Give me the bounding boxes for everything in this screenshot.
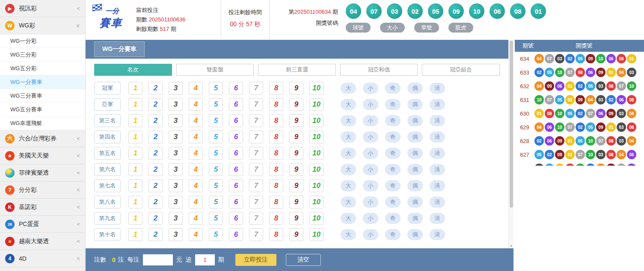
quick-button-big[interactable]: 大 [341, 115, 356, 126]
number-button-1[interactable]: 1 [128, 114, 142, 127]
ball-tab-dragon-tiger[interactable]: 龍虎 [448, 23, 473, 33]
sidebar-group-four-d[interactable]: 44D< [0, 250, 85, 267]
number-button-2[interactable]: 2 [148, 82, 163, 95]
quick-button-odd[interactable]: 奇 [385, 131, 401, 143]
number-button-1[interactable]: 1 [128, 82, 142, 95]
quick-button-small[interactable]: 小 [363, 131, 378, 143]
number-button-8[interactable]: 8 [269, 131, 283, 143]
quick-button-odd[interactable]: 奇 [385, 148, 401, 159]
quick-button-clear[interactable]: 清 [430, 164, 445, 175]
number-button-7[interactable]: 7 [249, 228, 263, 241]
number-button-2[interactable]: 2 [148, 131, 163, 143]
sidebar-item-5[interactable]: WG五分賽車 [0, 103, 85, 116]
number-button-5[interactable]: 5 [209, 196, 223, 208]
number-button-6[interactable]: 6 [229, 147, 243, 160]
quick-button-even[interactable]: 偶 [407, 164, 423, 175]
number-button-5[interactable]: 5 [209, 114, 223, 127]
quick-button-even[interactable]: 偶 [407, 229, 423, 240]
number-button-10[interactable]: 10 [309, 131, 323, 143]
number-button-8[interactable]: 8 [269, 212, 283, 225]
ball-tab-big-small[interactable]: 大小 [380, 23, 405, 33]
sidebar-group-fenfen-cai[interactable]: 7分分彩< [0, 182, 85, 199]
number-button-1[interactable]: 1 [128, 179, 142, 192]
tab-front-three[interactable]: 前三直選 [258, 64, 336, 76]
number-button-7[interactable]: 7 [249, 163, 263, 176]
quick-button-small[interactable]: 小 [363, 229, 378, 240]
number-button-9[interactable]: 9 [289, 131, 303, 143]
number-button-7[interactable]: 7 [249, 147, 263, 160]
number-button-4[interactable]: 4 [189, 98, 203, 111]
number-button-9[interactable]: 9 [289, 228, 303, 241]
number-button-1[interactable]: 1 [128, 196, 142, 208]
number-button-8[interactable]: 8 [269, 179, 283, 192]
number-button-4[interactable]: 4 [189, 147, 203, 160]
quick-button-clear[interactable]: 清 [430, 180, 445, 191]
number-button-2[interactable]: 2 [148, 196, 163, 208]
sidebar-group-philippines-lotto[interactable]: 菲律賓樂透< [0, 164, 85, 182]
number-button-7[interactable]: 7 [249, 179, 263, 192]
number-button-6[interactable]: 6 [229, 114, 243, 127]
quick-button-clear[interactable]: 清 [430, 148, 445, 159]
quick-button-odd[interactable]: 奇 [385, 115, 401, 126]
number-button-6[interactable]: 6 [229, 98, 243, 111]
number-button-10[interactable]: 10 [309, 212, 323, 225]
quick-button-even[interactable]: 偶 [407, 197, 423, 208]
quick-button-big[interactable]: 大 [341, 131, 356, 143]
number-button-9[interactable]: 9 [289, 196, 303, 208]
scrollbar[interactable]: ▼ [508, 40, 513, 248]
number-button-10[interactable]: 10 [309, 82, 323, 95]
scroll-down-icon[interactable]: ▼ [509, 244, 513, 247]
quick-button-big[interactable]: 大 [341, 148, 356, 159]
number-button-4[interactable]: 4 [189, 131, 203, 143]
quick-button-odd[interactable]: 奇 [385, 229, 401, 240]
quick-button-clear[interactable]: 清 [430, 229, 445, 240]
quick-button-clear[interactable]: 清 [430, 115, 445, 126]
quick-button-big[interactable]: 大 [341, 197, 356, 208]
quick-button-big[interactable]: 大 [341, 83, 356, 94]
chase-periods-input[interactable] [195, 254, 215, 265]
ball-tab-ball-number[interactable]: 球號 [346, 23, 371, 33]
number-button-4[interactable]: 4 [189, 179, 203, 192]
quick-button-even[interactable]: 偶 [407, 131, 423, 143]
number-button-1[interactable]: 1 [128, 163, 142, 176]
quick-button-even[interactable]: 偶 [407, 83, 423, 94]
quick-button-small[interactable]: 小 [363, 148, 378, 159]
number-button-7[interactable]: 7 [249, 98, 263, 111]
number-button-8[interactable]: 8 [269, 196, 283, 208]
quick-button-odd[interactable]: 奇 [385, 180, 401, 191]
quick-button-small[interactable]: 小 [363, 197, 378, 208]
quick-button-odd[interactable]: 奇 [385, 213, 401, 224]
quick-button-small[interactable]: 小 [363, 115, 378, 126]
number-button-4[interactable]: 4 [189, 196, 203, 208]
number-button-9[interactable]: 9 [289, 147, 303, 160]
sidebar-item-6[interactable]: WG幸運飛艇 [0, 116, 85, 130]
number-button-4[interactable]: 4 [189, 82, 203, 95]
quick-button-small[interactable]: 小 [363, 213, 378, 224]
number-button-7[interactable]: 7 [249, 196, 263, 208]
number-button-5[interactable]: 5 [209, 147, 223, 160]
number-button-9[interactable]: 9 [289, 82, 303, 95]
quick-button-clear[interactable]: 清 [430, 99, 445, 110]
quick-button-odd[interactable]: 奇 [385, 99, 401, 110]
quick-button-big[interactable]: 大 [341, 229, 356, 240]
game-title-tab[interactable]: WG一分賽車 [94, 42, 145, 57]
quick-button-even[interactable]: 偶 [407, 213, 423, 224]
sidebar-group-pc-dandan[interactable]: 28PC蛋蛋< [0, 216, 85, 233]
quick-button-odd[interactable]: 奇 [385, 197, 401, 208]
number-button-7[interactable]: 7 [249, 114, 263, 127]
number-button-7[interactable]: 7 [249, 131, 263, 143]
number-button-3[interactable]: 3 [169, 212, 183, 225]
quick-button-big[interactable]: 大 [341, 99, 356, 110]
number-button-4[interactable]: 4 [189, 228, 203, 241]
number-button-1[interactable]: 1 [128, 212, 142, 225]
number-button-2[interactable]: 2 [148, 212, 163, 225]
quick-button-even[interactable]: 偶 [407, 115, 423, 126]
number-button-4[interactable]: 4 [189, 114, 203, 127]
number-button-3[interactable]: 3 [169, 196, 183, 208]
number-button-6[interactable]: 6 [229, 82, 243, 95]
quick-button-small[interactable]: 小 [363, 99, 378, 110]
number-button-9[interactable]: 9 [289, 114, 303, 127]
number-button-8[interactable]: 8 [269, 114, 283, 127]
number-button-5[interactable]: 5 [209, 179, 223, 192]
number-button-10[interactable]: 10 [309, 179, 323, 192]
